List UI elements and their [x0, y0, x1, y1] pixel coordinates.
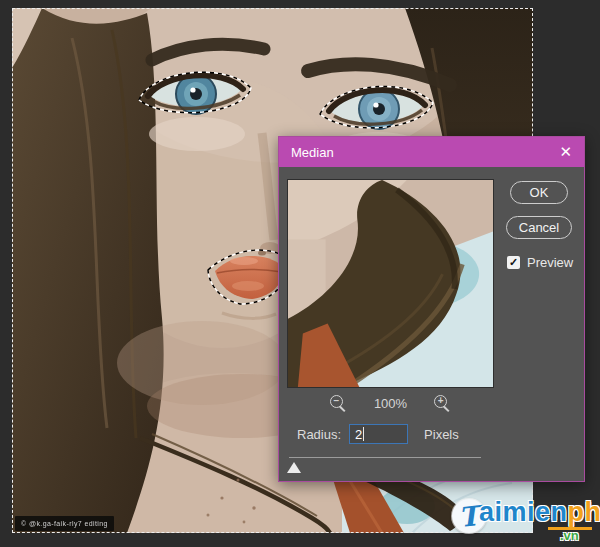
logo-domain-suffix: .vn — [560, 528, 579, 543]
radius-input[interactable] — [349, 424, 408, 444]
cancel-button[interactable]: Cancel — [506, 216, 572, 239]
dialog-titlebar[interactable]: Median ✕ — [279, 137, 584, 167]
radius-row: Radius: Pixels — [297, 423, 459, 445]
preview-checkbox[interactable]: ✓ — [507, 256, 520, 269]
text-cursor — [363, 427, 364, 441]
preview-label: Preview — [527, 255, 573, 270]
close-icon[interactable]: ✕ — [547, 137, 584, 167]
taimienphi-wordmark: aimienphi — [479, 496, 600, 528]
units-label: Pixels — [424, 427, 459, 442]
check-icon: ✓ — [509, 256, 518, 269]
median-dialog: Median ✕ — [278, 136, 585, 482]
taimienphi-logo: T aimienphi .vn — [448, 494, 600, 546]
preview-thumbnail — [288, 180, 493, 387]
zoom-level: 100% — [374, 396, 407, 411]
dialog-body: − 100% + Radius: Pixels — [279, 167, 584, 483]
ok-button[interactable]: OK — [510, 181, 568, 204]
zoom-in-icon[interactable]: + — [434, 395, 451, 412]
filter-preview[interactable] — [287, 179, 494, 388]
preview-toggle[interactable]: ✓ Preview — [507, 255, 573, 270]
slider-track[interactable] — [289, 457, 481, 458]
preview-zoom-controls: − 100% + — [287, 394, 494, 412]
photo-credit-watermark: © @k.ga-faik-rly7 editing — [15, 516, 114, 531]
slider-thumb[interactable] — [287, 462, 301, 473]
radius-label: Radius: — [297, 427, 341, 442]
dialog-title: Median — [279, 145, 334, 160]
radius-slider[interactable] — [287, 455, 485, 479]
zoom-out-icon[interactable]: − — [330, 395, 347, 412]
